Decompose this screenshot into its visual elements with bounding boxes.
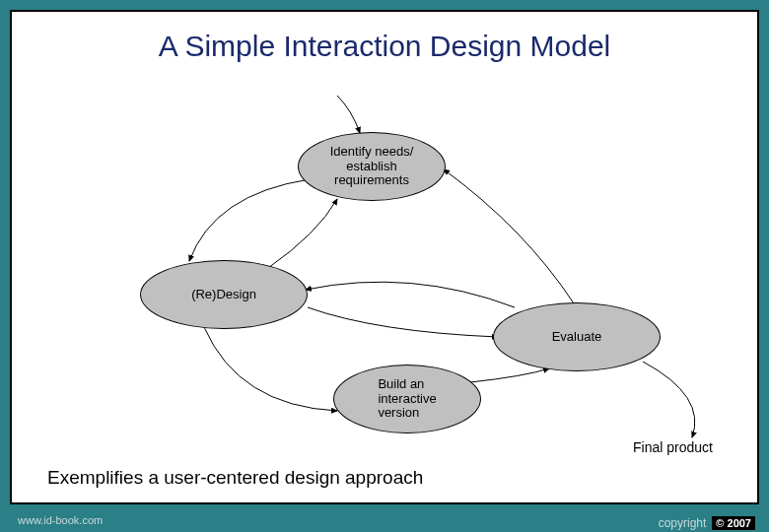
node-identify-needs: Identify needs/ establish requirements bbox=[298, 132, 446, 201]
node-label: Build an interactive version bbox=[378, 377, 436, 422]
node-label: Identify needs/ establish requirements bbox=[330, 145, 414, 189]
slide-title: A Simple Interaction Design Model bbox=[12, 30, 757, 63]
footer-copyright: copyright © 2007 bbox=[659, 516, 755, 530]
slide-body: A Simple Interaction Design Model Identi… bbox=[10, 10, 759, 504]
node-label: (Re)Design bbox=[191, 288, 256, 302]
footer-url: www.id-book.com bbox=[18, 514, 103, 526]
node-build-interactive-version: Build an interactive version bbox=[333, 365, 481, 433]
slide-caption: Exemplifies a user-centered design appro… bbox=[47, 467, 423, 489]
node-redesign: (Re)Design bbox=[140, 260, 308, 329]
node-evaluate: Evaluate bbox=[493, 302, 661, 371]
copyright-badge: © 2007 bbox=[712, 516, 755, 530]
node-label: Evaluate bbox=[552, 330, 602, 345]
label-final-product: Final product bbox=[633, 439, 713, 455]
copyright-text: copyright bbox=[659, 516, 707, 530]
